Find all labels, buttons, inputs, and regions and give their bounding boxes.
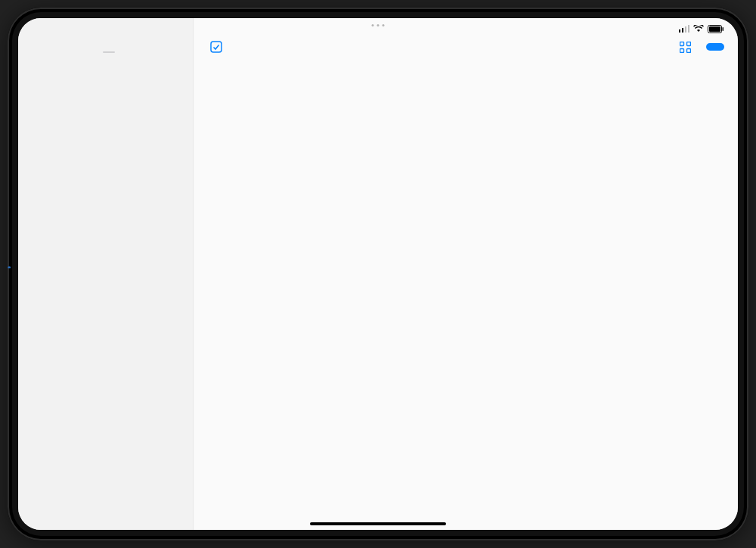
screen xyxy=(18,18,738,530)
battery-icon xyxy=(708,25,724,33)
svg-rect-10 xyxy=(680,48,684,52)
selection-header xyxy=(18,45,193,67)
svg-rect-2 xyxy=(685,26,686,33)
svg-rect-0 xyxy=(679,29,680,33)
signal-icon xyxy=(679,25,689,33)
select-all-icon xyxy=(210,41,222,53)
main-panel xyxy=(194,18,738,530)
done-button[interactable] xyxy=(706,43,724,51)
svg-rect-7 xyxy=(211,42,222,52)
svg-rect-1 xyxy=(682,28,683,33)
multitask-indicator-icon[interactable] xyxy=(372,24,385,26)
grid-icon xyxy=(680,42,691,53)
tablet-frame xyxy=(8,8,748,540)
multitask-dots-icon xyxy=(8,264,9,271)
page-title xyxy=(194,57,738,70)
home-indicator[interactable] xyxy=(310,522,446,525)
svg-rect-8 xyxy=(680,42,684,45)
svg-rect-11 xyxy=(687,48,691,52)
selected-count-badge xyxy=(103,51,115,53)
select-all-button[interactable] xyxy=(210,41,228,53)
svg-rect-5 xyxy=(709,26,720,32)
svg-rect-3 xyxy=(688,25,689,33)
svg-rect-9 xyxy=(687,42,691,45)
wifi-icon xyxy=(693,25,704,33)
status-bar xyxy=(18,21,738,36)
grid-view-button[interactable] xyxy=(680,42,696,53)
sidebar xyxy=(18,18,194,530)
svg-rect-6 xyxy=(723,27,724,31)
